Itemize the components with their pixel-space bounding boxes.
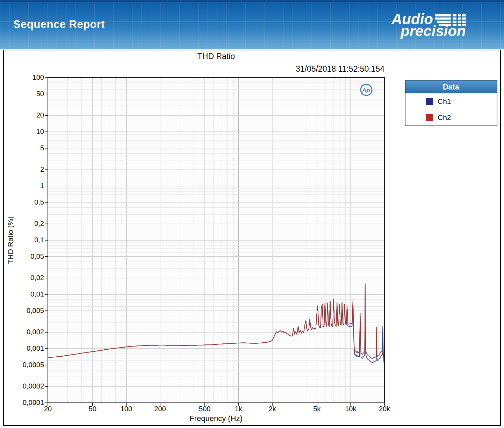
y-tick-label: 1 <box>0 182 44 190</box>
ch1-color-swatch <box>426 98 433 105</box>
y-tick-label: 2 <box>0 165 44 173</box>
sequence-report-page: Sequence Report Audio precision Ap THD R… <box>0 0 504 428</box>
legend-item-ch2: Ch2 <box>405 109 497 126</box>
y-tick-label: 0,002 <box>0 328 44 336</box>
x-tick-label: 5k <box>301 405 333 413</box>
y-tick-label: 0,2 <box>0 220 44 228</box>
x-tick-label: 100 <box>110 405 142 413</box>
y-tick-label: 0,001 <box>0 344 44 352</box>
y-tick-label: 0,005 <box>0 307 44 315</box>
y-tick-label: 0,0005 <box>0 361 44 369</box>
x-tick-label: 200 <box>144 405 176 413</box>
y-tick-label: 0,01 <box>0 290 44 298</box>
x-tick-label: 20 <box>32 405 64 413</box>
x-tick-label: 10k <box>335 405 366 413</box>
y-tick-label: 10 <box>0 128 44 136</box>
x-tick-label: 500 <box>189 405 221 413</box>
chart-timestamp: 31/05/2018 11:52:50.154 <box>0 64 384 74</box>
chart-title: THD Ratio <box>48 52 384 61</box>
legend: Data Ch1 Ch2 <box>405 80 497 126</box>
legend-item-label: Ch1 <box>438 97 451 106</box>
x-tick-label: 1k <box>223 405 254 413</box>
ch2-color-swatch <box>426 114 433 121</box>
y-tick-label: 20 <box>0 111 44 119</box>
y-tick-label: 0,5 <box>0 198 44 206</box>
x-axis-title: Frequency (Hz) <box>189 414 243 423</box>
y-tick-label: 0,1 <box>0 236 44 244</box>
legend-header: Data <box>405 80 497 93</box>
x-tick-label: 2k <box>257 405 288 413</box>
x-tick-label: 20k <box>369 405 400 413</box>
y-tick-label: 100 <box>0 73 44 81</box>
ap-logo-icon: Ap <box>361 84 372 95</box>
legend-item-label: Ch2 <box>438 113 451 122</box>
svg-text:Ap: Ap <box>362 87 370 94</box>
y-tick-label: 0,0002 <box>0 382 44 390</box>
y-tick-label: 5 <box>0 144 44 152</box>
y-tick-label: 0,05 <box>0 252 44 261</box>
x-tick-label: 50 <box>77 405 108 413</box>
y-tick-label: 50 <box>0 90 44 98</box>
legend-item-ch1: Ch1 <box>405 93 497 109</box>
y-tick-label: 0,02 <box>0 274 44 282</box>
